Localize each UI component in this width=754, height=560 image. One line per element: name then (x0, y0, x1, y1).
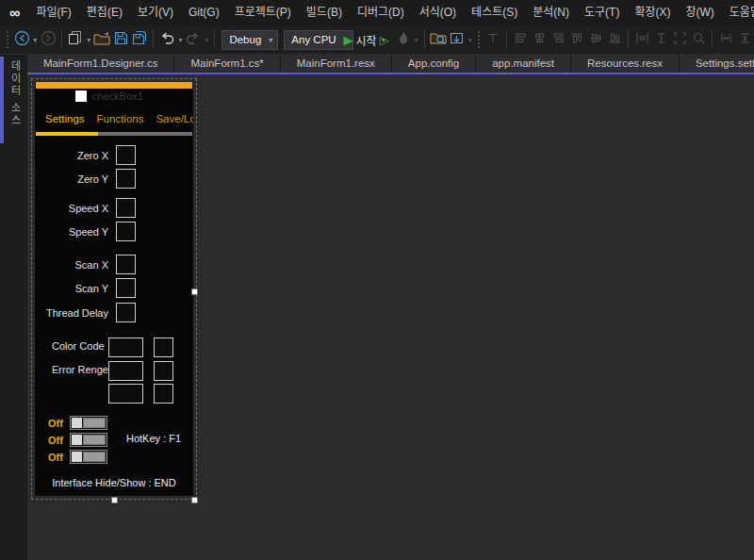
form-tab-saveload[interactable]: Save/Load (156, 113, 193, 124)
menu-project[interactable]: 프로젝트(P) (227, 0, 299, 25)
save-button[interactable] (111, 28, 130, 51)
align-center-button (530, 28, 549, 51)
deploy-button[interactable] (448, 28, 467, 51)
extra-preview-box[interactable] (154, 384, 173, 404)
checkbox1-box[interactable] (75, 91, 87, 102)
tab-mainform1-designer-cs[interactable]: MainForm1.Designer.cs (27, 55, 174, 73)
field-row-zero-y: Zero Y (35, 169, 136, 189)
error-range-label: Error Renge (52, 364, 108, 375)
field-row-speed-x: Speed X (35, 198, 136, 218)
toolbar-grip[interactable] (7, 31, 8, 48)
field-label: Zero X (35, 150, 116, 161)
align-right-button (549, 28, 567, 51)
same-width-icon (635, 31, 649, 49)
solution-config-combo[interactable]: Debug ▾ (221, 30, 278, 50)
field-row-zero-x: Zero X (35, 145, 136, 165)
form-accent-bar (36, 82, 192, 89)
color-code-label: Color Code (52, 340, 105, 352)
start-without-debug-button[interactable]: ▷ (375, 28, 394, 51)
form-tab-settings[interactable]: Settings (45, 113, 85, 124)
toolbar-separator (61, 31, 62, 48)
undo-button[interactable] (157, 28, 176, 51)
toolbar: ▾ ▾ ▾ ▾ Debug ▾ Any C (0, 25, 754, 54)
form-footer-label: Interface Hide/Show : END (35, 477, 193, 488)
toggle-knob (72, 452, 82, 462)
designer-surface[interactable]: checkBox1 Settings Functions Save/Load Z… (27, 74, 754, 560)
resize-handle-bottom-right[interactable] (191, 497, 198, 503)
new-dropdown-caret-icon[interactable]: ▾ (85, 36, 92, 44)
tab-app-config[interactable]: App.config (392, 55, 476, 73)
start-debug-button[interactable]: ▶ 시작 ▾ (356, 28, 375, 51)
toggle-knob (72, 418, 82, 428)
toggle2-label: Off (48, 435, 63, 446)
find-in-files-button[interactable] (429, 28, 448, 51)
menu-extensions[interactable]: 확장(X) (627, 0, 678, 25)
toolbar-grip[interactable] (478, 31, 480, 48)
save-all-button[interactable] (130, 28, 149, 51)
menu-build[interactable]: 빌드(B) (299, 0, 350, 25)
sidebar-tab-data-sources[interactable]: 데이터 소스 (0, 57, 27, 162)
flame-icon (398, 31, 409, 49)
form-selection-border: checkBox1 Settings Functions Save/Load Z… (31, 78, 197, 500)
error-range-preview-box[interactable] (154, 361, 173, 381)
thread-delay-input[interactable] (116, 303, 136, 322)
align-top-button (567, 28, 586, 51)
tab-mainform1-cs[interactable]: MainForm1.cs* (174, 55, 280, 73)
toggle-track (83, 418, 106, 428)
size-to-fit-button (670, 28, 689, 51)
toolbar-separator (628, 31, 629, 48)
field-row-speed-y: Speed Y (35, 222, 136, 241)
menu-window[interactable]: 창(W) (678, 0, 721, 25)
color-code-preview-box[interactable] (154, 338, 173, 357)
menu-test[interactable]: 테스트(S) (464, 0, 525, 25)
menu-git[interactable]: Git(G) (181, 0, 227, 25)
scan-x-input[interactable] (116, 255, 136, 274)
extra-input[interactable] (108, 384, 143, 404)
menu-help[interactable]: 도움말(H) (722, 0, 754, 25)
toggle3-switch[interactable] (70, 450, 107, 464)
navigate-back-button[interactable] (12, 28, 31, 51)
resize-handle-bottom[interactable] (111, 497, 118, 503)
vs-window: ∞ 파일(F) 편집(E) 보기(V) Git(G) 프로젝트(P) 빌드(B)… (0, 0, 754, 560)
menu-file[interactable]: 파일(F) (28, 0, 78, 25)
menu-tools[interactable]: 도구(T) (577, 0, 627, 25)
tab-mainform1-resx[interactable]: MainForm1.resx (281, 55, 392, 73)
menu-view[interactable]: 보기(V) (130, 0, 181, 25)
undo-dropdown-caret-icon[interactable]: ▾ (176, 36, 184, 44)
zero-x-input[interactable] (116, 145, 136, 165)
menu-edit[interactable]: 편집(E) (79, 0, 130, 25)
toolbar-separator (506, 31, 507, 48)
align-right-icon (551, 31, 566, 49)
menu-format[interactable]: 서식(O) (412, 0, 464, 25)
scan-y-input[interactable] (116, 278, 136, 298)
open-file-button[interactable] (92, 28, 111, 51)
sidebar-tab-label: 데이터 소스 (8, 60, 23, 162)
field-row-thread-delay: Thread Delay (35, 303, 136, 322)
form-tab-functions[interactable]: Functions (97, 113, 144, 124)
toggle1-switch[interactable] (70, 416, 107, 430)
menu-bar: ∞ 파일(F) 편집(E) 보기(V) Git(G) 프로젝트(P) 빌드(B)… (0, 0, 754, 25)
vs-logo-icon: ∞ (0, 0, 28, 25)
error-range-input[interactable] (108, 361, 143, 381)
designed-form[interactable]: checkBox1 Settings Functions Save/Load Z… (35, 82, 193, 496)
toolbar-separator (424, 31, 425, 48)
zero-y-input[interactable] (116, 169, 136, 189)
tab-app-manifest[interactable]: app.manifest (476, 55, 571, 73)
menu-analyze[interactable]: 분석(N) (525, 0, 577, 25)
center-vertical-button (651, 28, 670, 51)
speed-y-input[interactable] (116, 222, 136, 241)
form-tab-underline-active (36, 132, 98, 136)
speed-x-input[interactable] (116, 198, 136, 218)
align-middle-button (586, 28, 605, 51)
tab-settings-settings[interactable]: Settings.settings (680, 55, 754, 73)
menu-debug[interactable]: 디버그(D) (350, 0, 412, 25)
field-label: Scan X (35, 259, 116, 271)
resize-handle-right[interactable] (191, 288, 198, 295)
tab-resources-resx[interactable]: Resources.resx (571, 55, 680, 73)
new-project-button[interactable] (66, 28, 85, 51)
toggle2-switch[interactable] (70, 433, 107, 447)
color-code-input[interactable] (108, 338, 143, 357)
platform-value: Any CPU (291, 34, 336, 45)
back-dropdown-caret-icon[interactable]: ▾ (31, 36, 39, 44)
find-in-files-folder-icon (430, 30, 447, 49)
